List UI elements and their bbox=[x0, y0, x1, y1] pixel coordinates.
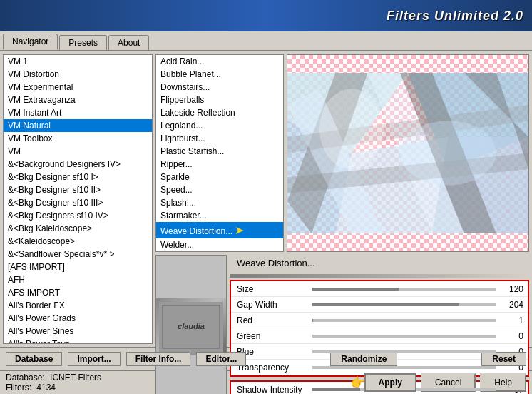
plugin-thumb-image: claudia bbox=[156, 298, 226, 355]
filter-list-container: Acid Rain...Bubble Planet...Downstairs..… bbox=[155, 54, 284, 252]
import-button[interactable]: Import... bbox=[68, 352, 120, 366]
settings-row-label: Gap Width bbox=[231, 300, 310, 310]
left-list-item[interactable]: All's Power Sines bbox=[4, 325, 152, 338]
left-list-item[interactable]: &<Bkg Designer sf10 III> bbox=[4, 196, 152, 209]
settings-row: Red1 bbox=[231, 313, 528, 328]
database-status: Database: ICNET-Filters bbox=[6, 373, 362, 383]
status-info: Database: ICNET-Filters Filters: 4134 bbox=[6, 373, 362, 393]
filter-list-item[interactable]: Welder... bbox=[156, 238, 283, 251]
left-list-item[interactable]: &<Kaleidoscope> bbox=[4, 235, 152, 248]
left-list-item[interactable]: &<Sandflower Specials*v* > bbox=[4, 248, 152, 261]
tab-bar: Navigator Presets About bbox=[0, 31, 532, 51]
database-label: Database: bbox=[6, 373, 45, 383]
slider-fill bbox=[312, 303, 459, 306]
settings-row-slider[interactable] bbox=[312, 333, 496, 340]
database-button[interactable]: Database bbox=[6, 352, 62, 366]
slider-track bbox=[312, 366, 496, 369]
left-list-item[interactable]: All's Border FX bbox=[4, 299, 152, 312]
settings-row-slider[interactable] bbox=[312, 317, 496, 324]
settings-row: Gap Width204 bbox=[231, 297, 528, 313]
filters-label: Filters: bbox=[6, 383, 31, 393]
slider-fill bbox=[312, 319, 313, 322]
left-list-item[interactable]: VM Experimental bbox=[4, 81, 152, 94]
main-content: VM 1VM DistortionVM ExperimentalVM Extra… bbox=[0, 51, 532, 347]
upper-right: Acid Rain...Bubble Planet...Downstairs..… bbox=[155, 54, 529, 252]
apply-button[interactable]: Apply bbox=[364, 373, 416, 392]
title-bar: Filters Unlimited 2.0 bbox=[0, 0, 532, 31]
svg-point-14 bbox=[400, 121, 496, 185]
settings-row-slider[interactable] bbox=[312, 348, 496, 355]
right-panel: Acid Rain...Bubble Planet...Downstairs..… bbox=[155, 54, 529, 344]
filter-list-item[interactable]: Starmaker... bbox=[156, 209, 283, 222]
left-list-item[interactable]: VM Instant Art bbox=[4, 106, 152, 119]
filter-list[interactable]: Acid Rain...Bubble Planet...Downstairs..… bbox=[156, 55, 283, 251]
tab-navigator[interactable]: Navigator bbox=[3, 34, 58, 50]
filter-info-button[interactable]: Filter Info... bbox=[126, 352, 191, 366]
tab-about[interactable]: About bbox=[108, 35, 149, 50]
left-list-item[interactable]: All's Power Toys bbox=[4, 338, 152, 343]
settings-title: Weave Distortion... bbox=[232, 256, 319, 271]
filter-list-item[interactable]: Acid Rain... bbox=[156, 55, 283, 68]
apply-btn-wrap: 👉 Apply bbox=[364, 373, 416, 392]
preview-area bbox=[287, 54, 529, 252]
filter-list-item[interactable]: Lightburst... bbox=[156, 132, 283, 145]
editor-button[interactable]: Editor... bbox=[196, 352, 246, 366]
filter-list-item[interactable]: Sparkle bbox=[156, 171, 283, 183]
settings-row-slider[interactable] bbox=[312, 301, 496, 308]
left-list-item[interactable]: VM 1 bbox=[4, 55, 152, 68]
left-list-item[interactable]: VM Toolbox bbox=[4, 132, 152, 145]
database-value: ICNET-Filters bbox=[50, 373, 101, 383]
filter-list-item[interactable]: Bubble Planet... bbox=[156, 68, 283, 81]
filter-list-item[interactable]: Plastic Starfish... bbox=[156, 145, 283, 158]
filters-status: Filters: 4134 bbox=[6, 383, 362, 393]
left-list-item[interactable]: &<Background Designers IV> bbox=[4, 158, 152, 171]
settings-row-value: 1 bbox=[499, 315, 528, 325]
settings-row-value: 0 bbox=[499, 331, 528, 341]
left-list-item[interactable]: All's Power Grads bbox=[4, 312, 152, 325]
filter-list-item[interactable]: Flipperballs bbox=[156, 94, 283, 106]
filter-list-item[interactable]: Legoland... bbox=[156, 119, 283, 132]
app-title: Filters Unlimited 2.0 bbox=[387, 9, 523, 24]
left-list-item[interactable]: VM Extravaganza bbox=[4, 94, 152, 106]
slider-track bbox=[312, 350, 496, 353]
slider-fill bbox=[312, 288, 399, 291]
left-list-item[interactable]: &<Bkg Designer sf10 II> bbox=[4, 183, 152, 196]
left-list-item[interactable]: VM bbox=[4, 145, 152, 158]
settings-row-slider[interactable] bbox=[312, 286, 496, 293]
settings-row-label: Red bbox=[231, 315, 310, 325]
left-panel: VM 1VM DistortionVM ExperimentalVM Extra… bbox=[3, 54, 153, 344]
left-list-item[interactable]: AFH bbox=[4, 273, 152, 286]
settings-row-label: Size bbox=[231, 284, 310, 294]
filter-arrow-icon: ➤ bbox=[235, 223, 244, 237]
slider-track bbox=[312, 319, 496, 322]
filter-list-item[interactable]: Lakeside Reflection bbox=[156, 106, 283, 119]
left-list[interactable]: VM 1VM DistortionVM ExperimentalVM Extra… bbox=[4, 55, 152, 343]
filter-list-item[interactable]: Splash!... bbox=[156, 196, 283, 209]
settings-row: Size120 bbox=[231, 281, 528, 297]
left-list-item[interactable]: &<Bkg Designers sf10 IV> bbox=[4, 209, 152, 222]
title-slider-bar bbox=[230, 274, 529, 278]
slider-track bbox=[312, 335, 496, 338]
settings-row-value: 204 bbox=[499, 300, 528, 310]
left-list-item[interactable]: VM Natural bbox=[4, 119, 152, 132]
svg-text:claudia: claudia bbox=[178, 322, 205, 330]
settings-row-label: Green bbox=[231, 331, 310, 341]
settings-row: Green0 bbox=[231, 328, 528, 344]
settings-row-slider[interactable] bbox=[312, 364, 496, 371]
settings-row-value: 120 bbox=[499, 284, 528, 294]
left-list-item[interactable]: [AFS IMPORT] bbox=[4, 261, 152, 273]
filter-list-item[interactable]: Downstairs... bbox=[156, 81, 283, 94]
tab-presets[interactable]: Presets bbox=[59, 35, 107, 50]
filters-value: 4134 bbox=[36, 383, 56, 393]
filter-list-item[interactable]: Speed... bbox=[156, 183, 283, 196]
filter-list-item[interactable]: Ripper... bbox=[156, 158, 283, 171]
filter-list-item[interactable]: Weave Distortion... ➤ bbox=[156, 222, 283, 238]
apply-arrow-icon: 👉 bbox=[350, 375, 366, 390]
left-list-item[interactable]: AFS IMPORT bbox=[4, 286, 152, 299]
left-list-item[interactable]: VM Distortion bbox=[4, 68, 152, 81]
left-list-item[interactable]: &<Bkg Designer sf10 I> bbox=[4, 171, 152, 183]
left-list-item[interactable]: &<Bkg Kaleidoscope> bbox=[4, 222, 152, 235]
preview-svg bbox=[287, 55, 528, 251]
svg-point-13 bbox=[319, 89, 384, 169]
